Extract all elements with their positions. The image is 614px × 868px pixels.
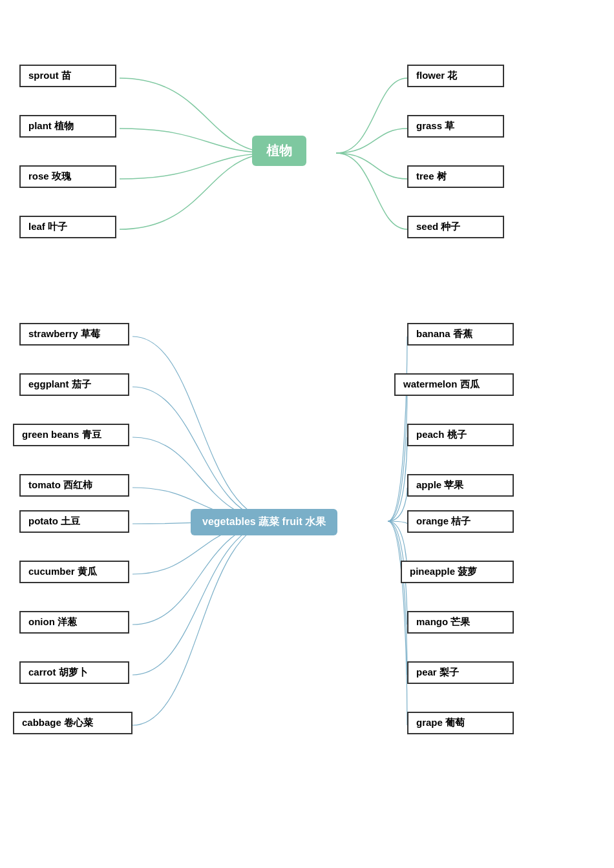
node-apple: apple 苹果 [407,474,514,497]
node-greenbeans: green beans 青豆 [13,424,129,446]
node-mango: mango 芒果 [407,611,514,634]
node-leaf: leaf 叶子 [19,216,116,238]
node-plant: plant 植物 [19,115,116,138]
node-tree: tree 树 [407,165,504,188]
node-watermelon: watermelon 西瓜 [394,373,514,396]
node-flower: flower 花 [407,65,504,87]
node-eggplant: eggplant 茄子 [19,373,129,396]
node-potato: potato 土豆 [19,510,129,533]
node-carrot: carrot 胡萝卜 [19,661,129,684]
center-node-plants: 植物 [252,136,306,166]
node-onion: onion 洋葱 [19,611,129,634]
node-strawberry: strawberry 草莓 [19,323,129,346]
node-rose: rose 玫瑰 [19,165,116,188]
node-pear: pear 梨子 [407,661,514,684]
node-grass: grass 草 [407,115,504,138]
node-orange: orange 桔子 [407,510,514,533]
node-sprout: sprout 苗 [19,65,116,87]
center-node-vegetables-fruit: vegetables 蔬菜 fruit 水果 [191,509,337,535]
node-peach: peach 桃子 [407,424,514,446]
node-pineapple: pineapple 菠萝 [401,561,514,583]
node-seed: seed 种子 [407,216,504,238]
node-tomato: tomato 西红柿 [19,474,129,497]
node-banana: banana 香蕉 [407,323,514,346]
diagram-container: 植物 sprout 苗 plant 植物 rose 玫瑰 leaf 叶子 flo… [0,0,614,868]
node-grape: grape 葡萄 [407,712,514,734]
node-cucumber: cucumber 黄瓜 [19,561,129,583]
node-cabbage: cabbage 卷心菜 [13,712,132,734]
